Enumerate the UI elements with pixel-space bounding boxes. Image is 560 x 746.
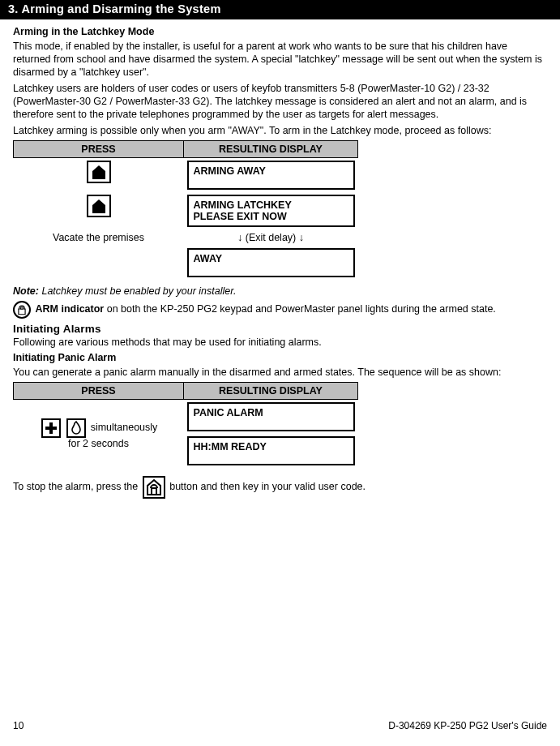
stop-b: button and then key in your valid user c… (169, 481, 365, 492)
arm-led-icon (13, 301, 31, 319)
display-arming-latchkey: ARMING LATCHKEY PLEASE EXIT NOW (187, 195, 355, 227)
panic-intro: You can generate a panic alarm manually … (13, 366, 547, 379)
display-ready: HH:MM READY (187, 436, 355, 465)
emergency-button-icon (41, 418, 61, 438)
page-content: Arming in the Latchkey Mode This mode, i… (0, 19, 560, 499)
svg-rect-1 (45, 427, 57, 430)
latchkey-p2: Latchkey users are holders of user codes… (13, 82, 547, 121)
disp-line1: ARMING LATCHKEY (194, 199, 292, 211)
display-arming-away: ARMING AWAY (187, 161, 355, 190)
page-footer: 10 D-304269 KP-250 PG2 User's Guide (13, 720, 547, 731)
initiating-alarms-heading: Initiating Alarms (13, 323, 547, 335)
vacate-press: Vacate the premises (14, 229, 184, 246)
section-header: 3. Arming and Disarming the System (0, 0, 560, 19)
arm-indicator-bold: ARM indicator (35, 303, 104, 315)
away-button-icon (87, 161, 111, 183)
arm-indicator-text: on both the KP-250 PG2 keypad and PowerM… (104, 303, 496, 315)
th-press: PRESS (14, 141, 184, 158)
svg-rect-2 (152, 488, 156, 495)
exit-delay-row: ↓ (Exit delay) ↓ (184, 229, 358, 246)
latchkey-p1: This mode, if enabled by the installer, … (13, 40, 547, 79)
disarm-button-icon (143, 476, 165, 499)
latchkey-p3: Latchkey arming is possible only when yo… (13, 124, 547, 137)
latchkey-heading: Arming in the Latchkey Mode (13, 26, 547, 37)
th-press: PRESS (14, 383, 184, 400)
th-display: RESULTING DISPLAY (184, 141, 358, 158)
stop-a: To stop the alarm, press the (13, 481, 141, 492)
th-display: RESULTING DISPLAY (184, 383, 358, 400)
disp-line2: PLEASE EXIT NOW (194, 211, 287, 222)
stop-alarm-row: To stop the alarm, press the button and … (13, 476, 547, 499)
alarms-intro: Following are various methods that may b… (13, 336, 547, 349)
note-label: Note: (13, 285, 39, 297)
panic-heading: Initiating Panic Alarm (13, 352, 547, 363)
arm-indicator-row: ARM indicator on both the KP-250 PG2 key… (13, 301, 547, 319)
press-duration: for 2 seconds (68, 438, 129, 449)
away-button-icon (87, 195, 111, 217)
press-simul: simultaneously (88, 422, 157, 433)
doc-title: D-304269 KP-250 PG2 User's Guide (388, 720, 547, 731)
page-number: 10 (13, 720, 24, 731)
panic-table: PRESS RESULTING DISPLAY simultaneously f… (13, 382, 358, 468)
display-panic: PANIC ALARM (187, 402, 355, 431)
latchkey-table: PRESS RESULTING DISPLAY ARMING AWAY (13, 140, 358, 280)
fire-button-icon (66, 418, 86, 438)
latchkey-note: Note: Latchkey must be enabled by your i… (13, 285, 547, 298)
note-text: Latchkey must be enabled by your install… (39, 285, 236, 297)
display-away: AWAY (187, 248, 355, 277)
